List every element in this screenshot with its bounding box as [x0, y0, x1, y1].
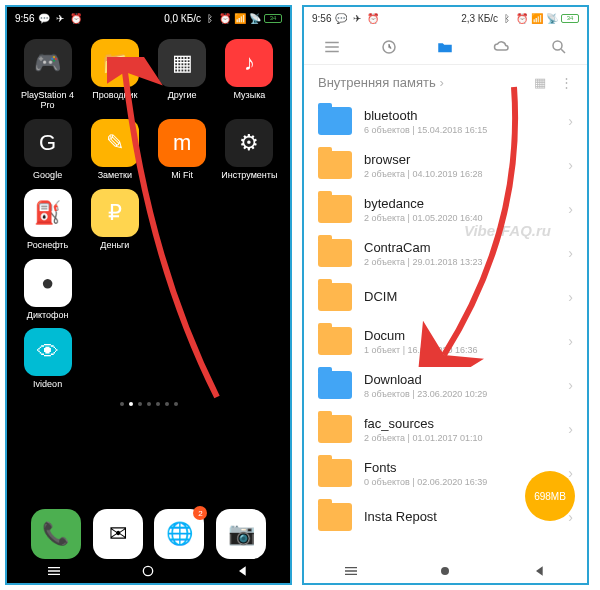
- breadcrumb-label[interactable]: Внутренняя память: [318, 75, 436, 90]
- wifi-icon: 📡: [249, 12, 261, 24]
- app-Музыка[interactable]: ♪Музыка: [219, 39, 280, 111]
- folder-name: bluetooth: [364, 108, 556, 123]
- folder-icon: [318, 151, 352, 179]
- alarm-icon: ⏰: [516, 12, 528, 24]
- svg-point-0: [144, 566, 153, 575]
- nav-bar: [304, 559, 587, 583]
- chevron-right-icon: ›: [568, 201, 573, 217]
- app-PlayStation 4 Pro[interactable]: 🎮PlayStation 4 Pro: [17, 39, 78, 111]
- folder-icon: [318, 415, 352, 443]
- folder-DCIM[interactable]: DCIM ›: [304, 275, 587, 319]
- dock-app[interactable]: 📷: [216, 509, 266, 559]
- nav-bar: [7, 559, 290, 583]
- whatsapp-icon: 💬: [335, 12, 347, 24]
- breadcrumb: Внутренняя память › ▦ ⋮: [304, 65, 587, 99]
- folder-icon: [318, 107, 352, 135]
- folder-name: Insta Repost: [364, 509, 556, 524]
- nav-back-button[interactable]: [235, 563, 251, 579]
- folder-Download[interactable]: Download 8 объектов | 23.06.2020 10:29 ›: [304, 363, 587, 407]
- folder-icon: [318, 327, 352, 355]
- chevron-right-icon: ›: [568, 157, 573, 173]
- folder-meta: 2 объекта | 01.05.2020 16:40: [364, 213, 556, 223]
- status-bar: 9:56 💬 ✈ ⏰ 2,3 КБ/с ᛒ ⏰ 📶 📡 34: [304, 7, 587, 29]
- network-speed: 0,0 КБ/с: [164, 13, 201, 24]
- folder-Docum[interactable]: Docum 1 объект | 16.05.2020 16:36 ›: [304, 319, 587, 363]
- app-Заметки[interactable]: ✎Заметки: [84, 119, 145, 181]
- app-Проводник[interactable]: 📁Проводник: [84, 39, 145, 111]
- more-icon[interactable]: ⋮: [560, 75, 573, 90]
- bluetooth-icon: ᛒ: [501, 12, 513, 24]
- folder-name: Fonts: [364, 460, 556, 475]
- app-Mi Fit[interactable]: mMi Fit: [152, 119, 213, 181]
- bluetooth-icon: ᛒ: [204, 12, 216, 24]
- app-Диктофон[interactable]: ●Диктофон: [17, 259, 78, 321]
- nav-home-button[interactable]: [437, 563, 453, 579]
- tab-menu[interactable]: [320, 35, 344, 59]
- chevron-right-icon: ›: [568, 333, 573, 349]
- status-time: 9:56: [15, 13, 34, 24]
- battery-icon: 34: [561, 14, 579, 23]
- folder-bluetooth[interactable]: bluetooth 6 объектов | 15.04.2018 16:15 …: [304, 99, 587, 143]
- folder-name: DCIM: [364, 289, 556, 304]
- folder-meta: 2 объекта | 29.01.2018 13:23: [364, 257, 556, 267]
- app-grid: 🎮PlayStation 4 Pro📁Проводник▦Другие♪Музы…: [7, 29, 290, 390]
- app-Другие[interactable]: ▦Другие: [152, 39, 213, 111]
- alarm-icon: ⏰: [219, 12, 231, 24]
- chevron-right-icon: ›: [568, 113, 573, 129]
- folder-icon: [318, 371, 352, 399]
- alarm-icon: ⏰: [367, 12, 379, 24]
- dock-app[interactable]: 📞: [31, 509, 81, 559]
- folder-meta: 6 объектов | 15.04.2018 16:15: [364, 125, 556, 135]
- folder-meta: 1 объект | 16.05.2020 16:36: [364, 345, 556, 355]
- telegram-icon: ✈: [351, 12, 363, 24]
- nav-menu-button[interactable]: [46, 563, 62, 579]
- folder-fac_sources[interactable]: fac_sources 2 объекта | 01.01.2017 01:10…: [304, 407, 587, 451]
- dock-app[interactable]: ✉: [93, 509, 143, 559]
- chevron-right-icon: ›: [568, 377, 573, 393]
- nav-back-button[interactable]: [532, 563, 548, 579]
- page-indicator: [7, 402, 290, 406]
- network-speed: 2,3 КБ/с: [461, 13, 498, 24]
- app-Деньги[interactable]: ₽Деньги: [84, 189, 145, 251]
- folder-icon: [318, 503, 352, 531]
- chevron-right-icon: ›: [568, 289, 573, 305]
- folder-name: browser: [364, 152, 556, 167]
- chevron-right-icon: ›: [568, 245, 573, 261]
- tab-storage[interactable]: [433, 35, 457, 59]
- tab-search[interactable]: [547, 35, 571, 59]
- app-Роснефть[interactable]: ⛽Роснефть: [17, 189, 78, 251]
- file-manager-tabs: [304, 29, 587, 65]
- telegram-icon: ✈: [54, 12, 66, 24]
- folder-meta: 8 объектов | 23.06.2020 10:29: [364, 389, 556, 399]
- storage-size-badge[interactable]: 698MB: [525, 471, 575, 521]
- folder-name: ContraCam: [364, 240, 556, 255]
- dock: 📞✉🌐2📷: [7, 509, 290, 559]
- folder-name: bytedance: [364, 196, 556, 211]
- nav-home-button[interactable]: [140, 563, 156, 579]
- app-Ivideon[interactable]: 👁Ivideon: [17, 328, 78, 390]
- folder-name: Docum: [364, 328, 556, 343]
- nav-menu-button[interactable]: [343, 563, 359, 579]
- svg-point-2: [553, 41, 562, 50]
- view-grid-icon[interactable]: ▦: [534, 75, 546, 90]
- folder-browser[interactable]: browser 2 объекта | 04.10.2019 16:28 ›: [304, 143, 587, 187]
- dock-app[interactable]: 🌐2: [154, 509, 204, 559]
- folder-ContraCam[interactable]: ContraCam 2 объекта | 29.01.2018 13:23 ›: [304, 231, 587, 275]
- battery-icon: 34: [264, 14, 282, 23]
- app-Инструменты[interactable]: ⚙Инструменты: [219, 119, 280, 181]
- chevron-right-icon: ›: [568, 465, 573, 481]
- folder-bytedance[interactable]: bytedance 2 объекта | 01.05.2020 16:40 ›: [304, 187, 587, 231]
- folder-meta: 2 объекта | 01.01.2017 01:10: [364, 433, 556, 443]
- folder-meta: 2 объекта | 04.10.2019 16:28: [364, 169, 556, 179]
- folder-icon: [318, 459, 352, 487]
- tab-cloud[interactable]: [490, 35, 514, 59]
- phone-left-homescreen: 9:56 💬 ✈ ⏰ 0,0 КБ/с ᛒ ⏰ 📶 📡 34 🎮PlayStat…: [5, 5, 292, 585]
- folder-icon: [318, 195, 352, 223]
- folder-name: fac_sources: [364, 416, 556, 431]
- app-Google[interactable]: GGoogle: [17, 119, 78, 181]
- chevron-right-icon: ›: [568, 421, 573, 437]
- folder-icon: [318, 239, 352, 267]
- tab-recent[interactable]: [377, 35, 401, 59]
- alarm-icon: ⏰: [70, 12, 82, 24]
- signal-icon: 📶: [531, 12, 543, 24]
